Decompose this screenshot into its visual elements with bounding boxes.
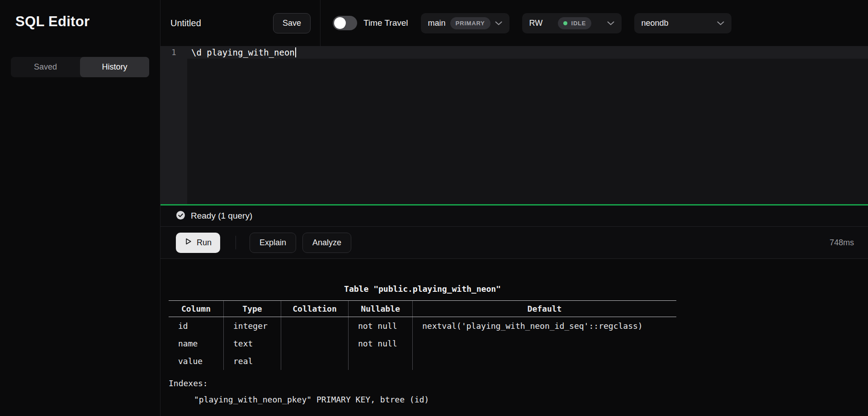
check-circle-icon — [176, 210, 185, 222]
page-title: SQL Editor — [0, 14, 160, 30]
sidebar: SQL Editor Saved History — [0, 0, 160, 416]
time-travel-label: Time Travel — [363, 18, 408, 28]
active-code-line: \d playing_with_neon — [187, 46, 868, 59]
sidebar-tabs: Saved History — [11, 57, 149, 77]
status-bar: Ready (1 query) — [160, 206, 868, 227]
compute-mode: RW — [529, 19, 543, 28]
status-message: Ready (1 query) — [191, 211, 252, 221]
results-output: Table "public.playing_with_neon" ColumnT… — [169, 284, 676, 404]
results-title: Table "public.playing_with_neon" — [169, 284, 676, 294]
table-cell — [281, 335, 349, 352]
tab-history[interactable]: History — [80, 57, 149, 77]
results-column-header: Nullable — [349, 301, 413, 317]
table-row: nametextnot null — [169, 335, 676, 352]
tab-saved[interactable]: Saved — [11, 57, 80, 77]
chevron-down-icon — [495, 21, 502, 25]
results-column-header: Column — [169, 301, 224, 317]
indexes-list: "playing_with_neon_pkey" PRIMARY KEY, bt… — [169, 395, 676, 404]
chevron-down-icon — [717, 21, 724, 25]
database-selector[interactable]: neondb — [634, 13, 731, 33]
save-button[interactable]: Save — [273, 13, 311, 33]
time-travel-group: Time Travel — [333, 16, 408, 30]
database-name: neondb — [642, 19, 669, 28]
code-editor: 1 \d playing_with_neon — [160, 46, 868, 204]
results-column-header: Default — [413, 301, 676, 317]
results-column-header: Collation — [281, 301, 349, 317]
table-row: idintegernot nullnextval('playing_with_n… — [169, 317, 676, 335]
chevron-down-icon — [607, 21, 614, 25]
query-duration: 748ms — [830, 238, 854, 248]
table-cell — [281, 317, 349, 335]
results-panel: Table "public.playing_with_neon" ColumnT… — [160, 259, 868, 416]
table-cell: name — [169, 335, 224, 352]
compute-status-label: IDLE — [571, 20, 586, 27]
explain-button[interactable]: Explain — [250, 233, 296, 253]
run-button-label: Run — [197, 238, 212, 248]
time-travel-toggle[interactable] — [333, 16, 357, 30]
primary-badge: PRIMARY — [450, 17, 491, 29]
sql-code: \d playing_with_neon — [191, 47, 295, 57]
results-table-header: ColumnTypeCollationNullableDefault — [169, 300, 676, 317]
compute-status-badge: IDLE — [558, 17, 591, 29]
table-cell: not null — [349, 317, 413, 335]
sql-editor-app: SQL Editor Saved History Untitled Save T… — [0, 0, 868, 416]
topbar-left: Untitled Save — [160, 0, 320, 46]
code-input-area[interactable]: \d playing_with_neon — [187, 46, 868, 204]
toolbar-divider — [236, 236, 236, 249]
branch-name: main — [428, 19, 446, 28]
topbar-right: Time Travel main PRIMARY RW IDLE — [321, 13, 731, 33]
table-cell: integer — [224, 317, 281, 335]
table-cell: not null — [349, 335, 413, 352]
topbar: Untitled Save Time Travel main PRIMARY — [160, 0, 868, 46]
document-title: Untitled — [170, 18, 201, 28]
play-icon — [184, 238, 192, 248]
results-table-body: idintegernot nullnextval('playing_with_n… — [169, 317, 676, 370]
results-column-header: Type — [224, 301, 281, 317]
table-cell: id — [169, 317, 224, 335]
idle-dot-icon — [563, 21, 567, 25]
table-cell — [413, 335, 676, 352]
main-panel: Untitled Save Time Travel main PRIMARY — [160, 0, 868, 416]
table-row: valuereal — [169, 352, 676, 370]
analyze-button[interactable]: Analyze — [302, 233, 351, 253]
run-button[interactable]: Run — [176, 233, 220, 253]
table-cell — [413, 352, 676, 370]
table-cell — [349, 352, 413, 370]
table-cell: value — [169, 352, 224, 370]
indexes-label: Indexes: — [169, 379, 676, 388]
text-caret — [295, 47, 296, 57]
line-number-gutter: 1 — [160, 46, 187, 204]
toggle-knob-icon — [334, 17, 346, 29]
table-cell — [281, 352, 349, 370]
line-number: 1 — [160, 46, 187, 59]
branch-selector[interactable]: main PRIMARY — [421, 13, 509, 33]
index-entry: "playing_with_neon_pkey" PRIMARY KEY, bt… — [169, 395, 676, 404]
table-cell: text — [224, 335, 281, 352]
table-cell: nextval('playing_with_neon_id_seq'::regc… — [413, 317, 676, 335]
table-cell: real — [224, 352, 281, 370]
compute-selector[interactable]: RW IDLE — [522, 13, 622, 33]
query-toolbar: Run Explain Analyze 748ms — [160, 227, 868, 259]
